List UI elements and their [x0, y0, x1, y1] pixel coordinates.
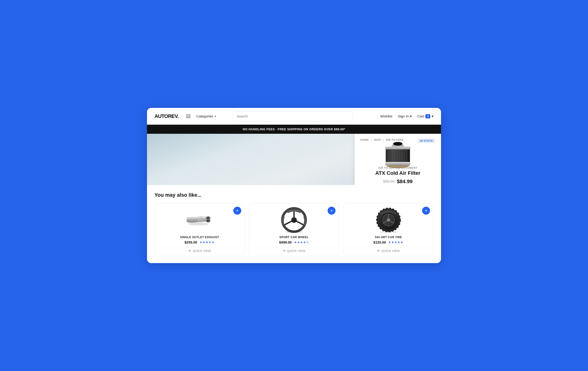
svg-point-42 — [387, 219, 390, 221]
product-image-1 — [184, 207, 215, 233]
product-image-2 — [279, 207, 309, 233]
eye-icon-2: 👁 — [283, 249, 286, 253]
eye-icon-1: 👁 — [188, 249, 191, 253]
card-title-1: SINGLE OUTLET EXHAUST — [180, 236, 219, 239]
svg-point-24 — [188, 222, 209, 225]
svg-point-21 — [207, 220, 210, 222]
product-category: AIR FILTER REPLACEMENT — [360, 166, 435, 169]
main-content: You may also like... + — [155, 192, 433, 256]
svg-rect-14 — [385, 147, 410, 149]
categories-button[interactable]: Categories ▾ — [196, 114, 216, 118]
section-title: You may also like... — [155, 192, 433, 198]
add-to-cart-button-2[interactable]: + — [328, 207, 336, 215]
product-panel: HOME / JEEP / AIR FILTERS IN STOCK — [355, 134, 441, 185]
quick-view-button-2[interactable]: 👁 QUICK VIEW — [253, 247, 335, 253]
product-image-area — [360, 143, 435, 166]
tire-svg — [376, 207, 401, 233]
card-price-row-2: $499.00 ★★★★½ — [279, 240, 309, 244]
svg-rect-23 — [198, 216, 199, 222]
svg-rect-3 — [386, 148, 410, 164]
search-input[interactable] — [232, 111, 353, 121]
hamburger-menu[interactable] — [185, 114, 192, 119]
product-card: + — [155, 203, 245, 256]
product-card-2: + — [249, 203, 339, 256]
product-name: ATX Cold Air Filter — [360, 170, 435, 176]
categories-label: Categories — [196, 114, 213, 118]
svg-point-31 — [292, 218, 296, 222]
add-to-cart-button-3[interactable]: + — [422, 207, 430, 215]
svg-rect-22 — [201, 216, 202, 222]
hero-section: HOME / JEEP / AIR FILTERS IN STOCK — [147, 134, 441, 185]
quick-view-button-3[interactable]: 👁 QUICK VIEW — [347, 247, 430, 253]
breadcrumb-sep: / — [371, 139, 372, 141]
wheel-svg — [281, 207, 307, 233]
promo-bar: NO HANDLING FEES · FREE SHIPPING ON ORDE… — [147, 125, 441, 134]
eye-icon-3: 👁 — [377, 249, 380, 253]
product-card-3: + — [343, 203, 433, 256]
products-grid: + — [155, 203, 433, 256]
card-stars-3: ★★★★★ — [388, 241, 403, 244]
logo: AUTOREV. — [155, 113, 178, 119]
search-bar — [232, 111, 353, 121]
navbar: AUTOREV. Categories ▾ Wishlist Sign In ▾… — [147, 108, 441, 125]
chevron-down-icon: ▾ — [410, 114, 412, 118]
svg-point-16 — [394, 142, 402, 145]
quick-view-button-1[interactable]: 👁 QUICK VIEW — [158, 247, 241, 253]
card-stars-1: ★★★★★ — [200, 241, 215, 244]
browser-frame: AUTOREV. Categories ▾ Wishlist Sign In ▾… — [147, 108, 441, 263]
nav-right: Wishlist Sign In ▾ Cart 3 ▾ — [380, 114, 433, 118]
chevron-down-icon: ▾ — [432, 114, 433, 118]
add-to-cart-button-1[interactable]: + — [233, 207, 241, 215]
exhaust-svg — [184, 210, 215, 231]
in-stock-badge: IN STOCK — [418, 139, 435, 143]
sale-price: $84.99 — [397, 179, 412, 185]
original-price: $88.99 — [383, 180, 395, 184]
cart-button[interactable]: Cart 3 ▾ — [417, 114, 433, 118]
card-price-row-1: $255.00 ★★★★★ — [185, 240, 215, 244]
signin-button[interactable]: Sign In ▾ — [398, 114, 412, 118]
card-price-3: $120.00 — [373, 240, 386, 244]
card-price-2: $499.00 — [279, 240, 292, 244]
chevron-down-icon: ▾ — [215, 115, 216, 118]
cart-badge: 3 — [425, 114, 430, 118]
card-title-2: SPORT CAR WHEEL — [280, 236, 309, 239]
product-image — [379, 140, 417, 170]
card-stars-2: ★★★★½ — [294, 241, 309, 244]
svg-rect-13 — [385, 162, 410, 165]
content-area: You may also like... + — [147, 185, 441, 263]
card-price-1: $255.00 — [185, 240, 197, 244]
card-title-3: 344 GRT CAR TIRE — [375, 236, 402, 239]
svg-point-44 — [380, 231, 397, 233]
product-image-3 — [373, 207, 404, 233]
card-price-row-3: $120.00 ★★★★★ — [373, 240, 403, 244]
price-row: $88.99 $84.99 — [360, 179, 435, 185]
wishlist-button[interactable]: Wishlist — [380, 114, 392, 118]
